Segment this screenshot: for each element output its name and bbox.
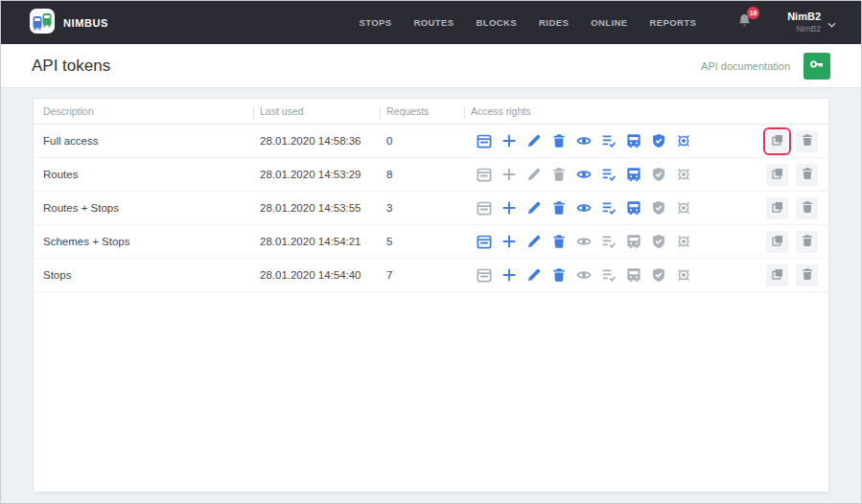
- token-requests: 0: [386, 135, 471, 147]
- token-requests: 3: [386, 202, 471, 214]
- access-rights-icons: [471, 200, 752, 216]
- column-last-used: Last used: [260, 105, 386, 117]
- trash-icon: [551, 167, 567, 182]
- list-check-icon: [601, 200, 617, 216]
- table-row: Routes + Stops 28.01.2020 14:53:55 3: [34, 192, 828, 225]
- delete-token-button[interactable]: [796, 197, 818, 219]
- table-row: Full access 28.01.2020 14:58:36 0: [34, 125, 828, 158]
- eye-icon: [576, 200, 592, 216]
- token-requests: 5: [386, 236, 471, 247]
- copy-token-button[interactable]: [766, 164, 788, 186]
- copy-icon: [771, 234, 784, 250]
- token-requests: 8: [386, 169, 471, 180]
- eye-icon: [576, 234, 592, 249]
- delete-icon: [801, 267, 814, 284]
- bus-icon: [626, 234, 641, 249]
- crosshair-icon: [676, 167, 691, 182]
- bus-icon: [626, 167, 641, 182]
- token-requests: 7: [386, 269, 471, 281]
- delete-token-button[interactable]: [796, 130, 818, 152]
- row-actions: [752, 231, 828, 253]
- create-token-button[interactable]: [804, 53, 830, 80]
- copy-icon: [771, 133, 784, 149]
- plus-icon: [501, 133, 517, 149]
- api-documentation-link[interactable]: API documentation: [701, 60, 790, 72]
- token-last-used: 28.01.2020 14:58:36: [260, 135, 386, 147]
- notifications-button[interactable]: 16: [736, 12, 753, 33]
- page-header: API tokens API documentation: [1, 44, 861, 88]
- user-subtitle: NimB2: [787, 24, 821, 34]
- delete-icon: [801, 200, 814, 217]
- plus-icon: [501, 267, 517, 283]
- notification-badge: 16: [747, 7, 759, 19]
- copy-icon: [771, 200, 784, 217]
- access-rights-icons: [471, 267, 752, 283]
- copy-icon: [771, 167, 784, 183]
- copy-icon: [771, 267, 784, 284]
- plus-icon: [501, 167, 517, 182]
- row-actions: [752, 164, 828, 186]
- copy-token-button[interactable]: [766, 130, 788, 152]
- bus-icon: [626, 200, 641, 216]
- menu-item-reports[interactable]: REPORTS: [649, 17, 696, 28]
- pencil-icon: [526, 267, 542, 283]
- delete-icon: [801, 167, 814, 183]
- calendar-icon: [477, 133, 492, 149]
- calendar-icon: [477, 167, 492, 182]
- crosshair-icon: [676, 133, 691, 149]
- table-row: Stops 28.01.2020 14:54:40 7: [34, 259, 828, 292]
- access-rights-icons: [471, 133, 752, 149]
- menu-item-blocks[interactable]: BLOCKS: [477, 17, 518, 28]
- bus-icon: [626, 267, 641, 283]
- crosshair-icon: [676, 200, 691, 216]
- table-header: Description Last used Requests Access ri…: [34, 99, 828, 125]
- brand-logo[interactable]: NIMBUS: [30, 9, 108, 37]
- pencil-icon: [526, 133, 542, 149]
- copy-token-button[interactable]: [766, 231, 788, 253]
- copy-token-button[interactable]: [766, 264, 788, 286]
- trash-icon: [551, 133, 567, 149]
- token-description: Routes: [43, 169, 260, 180]
- table-row: Routes 28.01.2020 14:53:29 8: [34, 158, 828, 192]
- list-check-icon: [601, 234, 617, 249]
- trash-icon: [551, 267, 567, 283]
- shield-check-icon: [651, 267, 666, 283]
- plus-icon: [501, 200, 517, 216]
- user-name: NimB2: [787, 11, 821, 24]
- delete-token-button[interactable]: [796, 164, 818, 186]
- eye-icon: [576, 133, 592, 149]
- access-rights-icons: [471, 167, 752, 182]
- delete-token-button[interactable]: [796, 264, 818, 286]
- delete-token-button[interactable]: [796, 231, 818, 253]
- menu-item-routes[interactable]: ROUTES: [414, 17, 454, 28]
- token-last-used: 28.01.2020 14:54:40: [260, 269, 386, 281]
- token-description: Stops: [43, 269, 260, 281]
- row-actions: [752, 130, 828, 152]
- calendar-icon: [477, 267, 492, 283]
- table-row: Schemes + Stops 28.01.2020 14:54:21 5: [34, 225, 828, 259]
- list-check-icon: [601, 167, 617, 182]
- key-icon: [809, 57, 825, 75]
- token-description: Schemes + Stops: [43, 236, 260, 247]
- menu-item-online[interactable]: ONLINE: [591, 17, 627, 28]
- shield-check-icon: [651, 200, 666, 216]
- page-title: API tokens: [32, 57, 110, 76]
- pencil-icon: [526, 167, 542, 182]
- trash-icon: [551, 234, 567, 249]
- eye-icon: [576, 267, 592, 283]
- menu-item-rides[interactable]: RIDES: [539, 17, 569, 28]
- delete-icon: [801, 234, 814, 250]
- shield-check-icon: [651, 167, 666, 182]
- tokens-card: Description Last used Requests Access ri…: [33, 98, 829, 493]
- pencil-icon: [526, 200, 542, 216]
- row-actions: [752, 197, 828, 219]
- calendar-icon: [477, 200, 492, 216]
- menu-item-stops[interactable]: STOPS: [360, 17, 392, 28]
- app-window: NIMBUS STOPS ROUTES BLOCKS RIDES ONLINE …: [0, 0, 862, 504]
- copy-token-button[interactable]: [766, 197, 788, 219]
- bus-icon: [626, 133, 641, 149]
- user-menu[interactable]: NimB2 NimB2: [787, 11, 836, 34]
- nimbus-logo-icon: [30, 9, 55, 37]
- column-requests: Requests: [386, 105, 471, 117]
- delete-icon: [801, 133, 814, 149]
